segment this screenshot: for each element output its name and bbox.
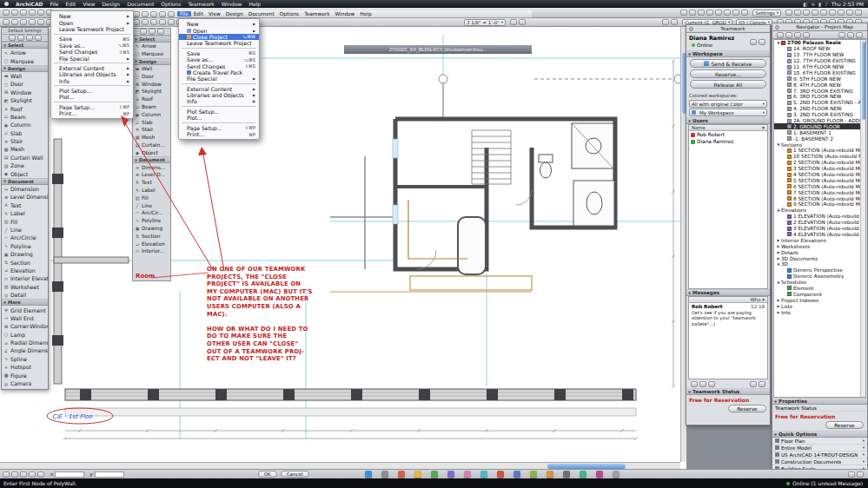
toolbar-icon[interactable] (510, 19, 517, 25)
toolbox-section-design[interactable]: ▼Design (2, 65, 48, 72)
nav-item-4-2nd-floor-new[interactable]: 4. 2ND FLOOR NEW (774, 106, 865, 112)
nav-item-7-3rd-floor-existing[interactable]: 7. 3RD FLOOR EXISTING (774, 88, 865, 94)
dock-app-icon[interactable] (398, 471, 405, 478)
statusbar-icon[interactable] (848, 472, 855, 478)
teamwork-online-status[interactable]: Online (1 unread Message) (786, 480, 863, 486)
toolbar-icon[interactable] (785, 10, 792, 16)
filter-icon[interactable]: ▾ (762, 125, 765, 130)
send-receive-button[interactable]: Send & Receive (690, 59, 766, 68)
dock-app-icon[interactable] (596, 471, 603, 478)
toolbox-section-select[interactable]: ▼Select (2, 42, 48, 49)
navigator-reserve-button[interactable]: Reserve (825, 421, 864, 429)
toolbar-icon[interactable] (37, 19, 44, 25)
tool-level-d[interactable]: ⊕Level D... (133, 171, 170, 179)
tool-object[interactable]: ◆Object (2, 169, 48, 177)
statusbar-icon[interactable] (3, 472, 10, 478)
battery-icon[interactable]: ▮ (818, 2, 821, 7)
tool-elevation[interactable]: ⊿Elevation (133, 240, 170, 247)
dock-app-icon[interactable] (530, 471, 537, 478)
reserve-button[interactable]: Reserve... (690, 69, 766, 78)
nav-group-interior-elevations[interactable]: ▶Interior Elevations (774, 237, 865, 243)
navigator-scrollbar[interactable] (860, 40, 865, 397)
nav-item-8-section-auto-rebuild-model[interactable]: 8 SECTION (Auto-rebuild Model) (774, 195, 865, 201)
toolbar-icon[interactable] (3, 19, 10, 25)
release-all-button[interactable]: Release All (690, 80, 766, 89)
nav-group-elevations[interactable]: ▼Elevations (774, 208, 865, 214)
nav-item-2a-ground-floor-addition[interactable]: 2A. GROUND FLOOR - ADDITION (774, 118, 865, 124)
teamwork-header-icon[interactable] (750, 39, 757, 45)
menubar-item-edit[interactable]: Edit (63, 1, 80, 7)
message-action-icon[interactable] (759, 381, 765, 387)
toolbar-icon[interactable] (150, 19, 157, 25)
tool-slab[interactable]: ▱Slab (2, 129, 48, 137)
toolbar-icon[interactable] (142, 11, 149, 17)
tool-arc-cir[interactable]: ◠Arc/Cir... (133, 209, 170, 217)
nav-group-2700-palazzo-reale[interactable]: ▼2700 Palazzo Reale (774, 40, 865, 46)
palette-header-icon[interactable] (9, 35, 16, 41)
tool-interior[interactable]: ⊓Interior... (133, 247, 170, 255)
nav-item-4-section-auto-rebuild-model[interactable]: 4 SECTION (Auto-rebuild Model) (774, 172, 865, 178)
tool-wall[interactable]: ▬Wall (133, 65, 170, 73)
scrollbar-thumb[interactable] (862, 42, 865, 120)
quick-option-us-archicad-14-trout-design[interactable]: US ArchiCAD 14-TROUT-DESIGN▾ (772, 452, 867, 458)
tool-section[interactable]: ⇅Section (133, 232, 170, 240)
tool-drawing[interactable]: ▣Drawing (133, 225, 170, 233)
nav-item-9-5th-floor-new[interactable]: 9. 5TH FLOOR NEW (774, 76, 865, 82)
statusbar-icon[interactable] (11, 472, 18, 478)
dock-app-icon[interactable] (464, 471, 471, 478)
tool-label[interactable]: ✎Label (2, 209, 48, 217)
tool-polyline[interactable]: ∿Polyline (2, 242, 48, 250)
dock-app-icon[interactable] (563, 471, 570, 478)
workspace-section-header[interactable]: ▼ Workspace (686, 50, 770, 57)
nav-item-5-section-auto-rebuild-model[interactable]: 5 SECTION (Auto-rebuild Model) (774, 177, 865, 183)
toolbar-icon[interactable] (11, 10, 18, 16)
who-column[interactable]: Who ▾ (751, 297, 765, 302)
toolbar-icon[interactable] (698, 10, 705, 16)
nav-item-11-6th-floor-new[interactable]: 11. 6TH FLOOR NEW (774, 64, 865, 70)
message-action-icon[interactable] (708, 381, 715, 387)
menubar-item-archicad[interactable]: ArchiCAD (12, 1, 47, 7)
tool-fill[interactable]: ▨Fill (2, 217, 48, 225)
toolbar-icon[interactable] (159, 19, 166, 25)
volume-icon[interactable]: ♪ (825, 2, 828, 7)
navigator-toolbar-icon[interactable] (794, 32, 801, 38)
quick-option-construction-documents[interactable]: Construction Documents▾ (772, 458, 867, 465)
toolbar-icon[interactable] (11, 19, 18, 25)
nav-group-project-indexes[interactable]: ▶Project Indexes (774, 297, 865, 303)
menubar-item-teamwork[interactable]: Teamwork (184, 1, 217, 7)
menu-item-plot-setup[interactable]: Plot Setup... (51, 88, 133, 94)
menubar-item-help[interactable]: Help (245, 1, 264, 7)
nav-group-schedules[interactable]: ▼Schedules (774, 280, 865, 286)
menu-item-open[interactable]: Open▶ (51, 19, 133, 25)
nav-item-3-section-auto-rebuild-model[interactable]: 3 SECTION (Auto-rebuild Model) (774, 166, 865, 172)
statusbar-icon[interactable] (29, 472, 36, 478)
toolbox-section-document[interactable]: ▼Document (133, 156, 170, 163)
tool-column[interactable]: ◉Column (2, 121, 48, 129)
menu-item-print[interactable]: Print...⌘P (51, 110, 133, 116)
nav-item-generic-axonometry[interactable]: Generic Axonometry (774, 274, 865, 280)
toolbar-icon[interactable] (855, 10, 862, 16)
wifi-icon[interactable]: ≋ (811, 2, 815, 7)
tool-figure[interactable]: ▩Figure (2, 371, 48, 379)
nav-item-5-2nd-floor-existing-addition[interactable]: 5. 2ND FLOOR EXISTING - ADDITION (774, 100, 865, 106)
tool-door[interactable]: ◻Door (2, 80, 48, 88)
embedded-menubar-item-document[interactable]: Document (246, 11, 277, 16)
tool-level-dimension[interactable]: ⊕Level Dimension (2, 193, 48, 201)
nav-item-component[interactable]: Component (774, 291, 865, 297)
tool-marquee[interactable]: ▢Marquee (133, 50, 170, 58)
dock-app-icon[interactable] (365, 471, 372, 478)
menu-item-file-special[interactable]: File Special▶ (51, 55, 133, 61)
tool-text[interactable]: AText (2, 201, 48, 209)
toolbox-section-design[interactable]: ▼Design (133, 58, 170, 65)
toolbar-icon[interactable] (29, 19, 36, 25)
nav-item-12-7th-floor-existing[interactable]: 12. 7TH FLOOR EXISTING (774, 58, 865, 64)
nav-group-3d-documents[interactable]: ▶3D Documents (774, 255, 865, 261)
nav-item-6-section-auto-rebuild-model[interactable]: 6 SECTION (Auto-rebuild Model) (774, 183, 865, 189)
menu-item-send-changes[interactable]: Send Changes⇧⌘S (51, 49, 133, 55)
palette-header-icon[interactable] (26, 35, 33, 41)
tool-wall-end[interactable]: ⊣Wall End (2, 314, 48, 322)
message-action-icon[interactable] (699, 381, 706, 387)
tool-stair[interactable]: ≡Stair (2, 137, 48, 145)
dock-app-icon[interactable] (381, 471, 388, 478)
menubar-item-file[interactable]: File (47, 1, 63, 7)
